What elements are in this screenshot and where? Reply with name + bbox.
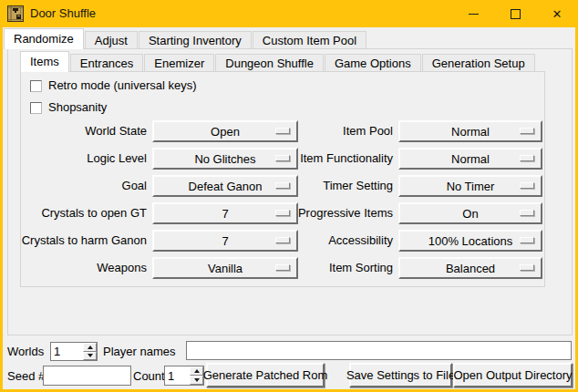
spin-down-icon[interactable] [190,376,203,385]
dropdown-indicator-icon [520,264,534,271]
logic-level-label: Logic Level [6,148,147,170]
accessibility-dropdown[interactable]: 100% Locations [398,230,542,252]
tab-randomize[interactable]: Randomize [4,28,84,49]
minimize-icon[interactable] [452,0,494,27]
timer-setting-label: Timer Setting [253,175,393,197]
main-tabbar: Randomize Adjust Starting Inventory Cust… [4,28,367,48]
titlebar: Door Shuffle ✕ [0,0,578,27]
crystals-ganon-label: Crystals to harm Ganon [6,230,147,252]
tab-custom-item-pool[interactable]: Custom Item Pool [253,31,366,48]
dropdown-indicator-icon [520,237,534,243]
tab-starting-inventory[interactable]: Starting Inventory [139,31,252,48]
tab-enemizer[interactable]: Enemizer [144,54,214,71]
count-label: Count [133,365,165,388]
shopsanity-label: Shopsanity [48,101,107,114]
shopsanity-checkbox[interactable]: Shopsanity [30,101,107,114]
caption-buttons: ✕ [452,0,578,27]
tab-dungeon-shuffle[interactable]: Dungeon Shuffle [215,54,324,71]
item-sorting-label: Item Sorting [253,257,393,279]
worlds-input[interactable] [51,343,83,360]
checkbox-icon[interactable] [30,102,42,114]
crystals-gt-label: Crystals to open GT [6,202,147,224]
goal-label: Goal [6,175,147,197]
save-settings-button[interactable]: Save Settings to File [349,363,452,387]
dropdown-indicator-icon [520,210,534,216]
worlds-label: Worlds [7,343,44,361]
accessibility-label: Accessibility [253,230,393,252]
world-state-label: World State [6,120,147,142]
tab-game-options[interactable]: Game Options [325,54,421,71]
spin-up-icon[interactable] [190,366,203,376]
dropdown-indicator-icon [520,182,534,189]
item-sorting-dropdown[interactable]: Balanced [398,257,542,279]
door-shuffle-window: Door Shuffle ✕ Randomize Adjust Starting… [0,0,578,392]
player-names-label: Player names [103,343,175,361]
checkbox-icon[interactable] [30,80,42,92]
item-functionality-label: Item Functionality [253,148,393,170]
progressive-items-dropdown[interactable]: On [398,202,542,224]
spin-up-icon[interactable] [83,343,97,352]
items-pane: Retro mode (universal keys) Shopsanity W… [20,71,545,287]
seed-label: Seed # [7,365,45,388]
progressive-items-label: Progressive Items [253,202,393,224]
dropdown-indicator-icon [520,155,534,161]
item-pool-label: Item Pool [253,120,393,142]
window-content: Randomize Adjust Starting Inventory Cust… [3,27,575,389]
player-names-input[interactable] [186,341,572,360]
retro-mode-label: Retro mode (universal keys) [48,79,197,92]
close-icon[interactable]: ✕ [536,0,578,27]
tab-entrances[interactable]: Entrances [70,54,144,71]
retro-mode-checkbox[interactable]: Retro mode (universal keys) [30,79,197,92]
sub-tabbar: Items Entrances Enemizer Dungeon Shuffle… [20,51,536,71]
seed-input[interactable] [43,366,131,386]
window-title: Door Shuffle [30,0,96,27]
tab-adjust[interactable]: Adjust [85,31,138,48]
spin-down-icon[interactable] [83,352,97,361]
maximize-icon[interactable] [494,0,536,27]
count-input[interactable] [165,366,190,385]
count-spinner[interactable] [164,366,204,386]
tab-generation-setup[interactable]: Generation Setup [422,54,535,71]
item-pool-dropdown[interactable]: Normal [398,120,542,142]
generate-patched-rom-button[interactable]: Generate Patched Rom [206,363,325,387]
randomize-pane: Items Entrances Enemizer Dungeon Shuffle… [7,48,573,335]
open-output-directory-button[interactable]: Open Output Directory [453,363,573,387]
door-icon [7,5,24,22]
item-functionality-dropdown[interactable]: Normal [398,148,542,170]
timer-setting-dropdown[interactable]: No Timer [398,175,542,197]
tab-items[interactable]: Items [20,51,69,72]
dropdown-indicator-icon [520,128,534,134]
weapons-label: Weapons [6,257,147,279]
worlds-spinner[interactable] [50,342,98,361]
